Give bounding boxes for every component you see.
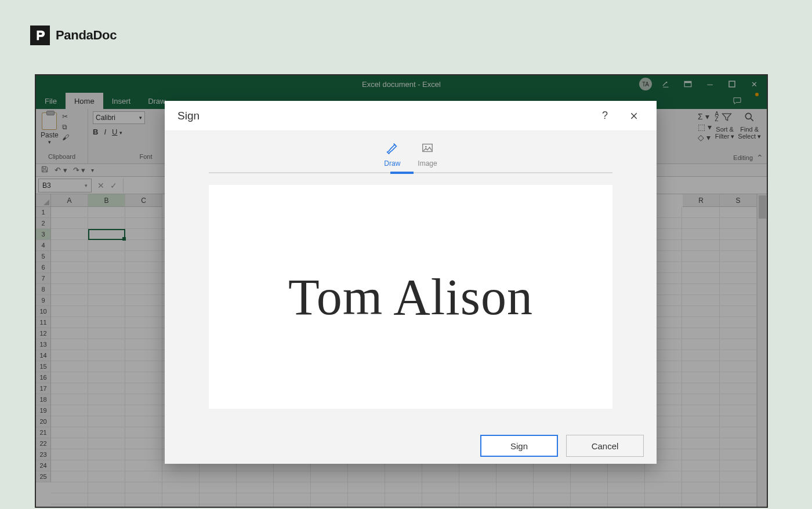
- close-dialog-button[interactable]: [624, 106, 644, 126]
- cancel-button[interactable]: Cancel: [566, 435, 644, 457]
- sign-button-label: Sign: [510, 441, 528, 451]
- pen-icon: [386, 141, 398, 157]
- dialog-title: Sign: [177, 110, 200, 122]
- tab-image[interactable]: Image: [418, 141, 437, 172]
- image-icon: [421, 141, 434, 157]
- tab-draw-label: Draw: [384, 159, 400, 168]
- dialog-titlebar: Sign ?: [165, 101, 657, 131]
- signature-text: Tom Alison: [288, 268, 533, 326]
- dialog-tabs: Draw Image: [384, 141, 437, 172]
- svg-point-5: [425, 146, 427, 148]
- pandadoc-brand-text: PandaDoc: [56, 28, 117, 43]
- active-tab-indicator: [390, 172, 414, 174]
- sign-dialog: Sign ? Draw Image Tom Alison: [165, 101, 657, 464]
- pandadoc-mark-icon: [30, 26, 50, 45]
- cancel-button-label: Cancel: [592, 441, 619, 451]
- tab-draw[interactable]: Draw: [384, 141, 400, 172]
- tab-underline: [209, 172, 612, 173]
- signature-canvas[interactable]: Tom Alison: [209, 185, 612, 409]
- sign-button[interactable]: Sign: [480, 435, 558, 457]
- tab-image-label: Image: [418, 159, 437, 168]
- dialog-body: Draw Image Tom Alison: [165, 131, 657, 428]
- help-button[interactable]: ?: [595, 106, 615, 126]
- dialog-footer: Sign Cancel: [165, 428, 657, 464]
- pandadoc-logo: PandaDoc: [30, 26, 117, 45]
